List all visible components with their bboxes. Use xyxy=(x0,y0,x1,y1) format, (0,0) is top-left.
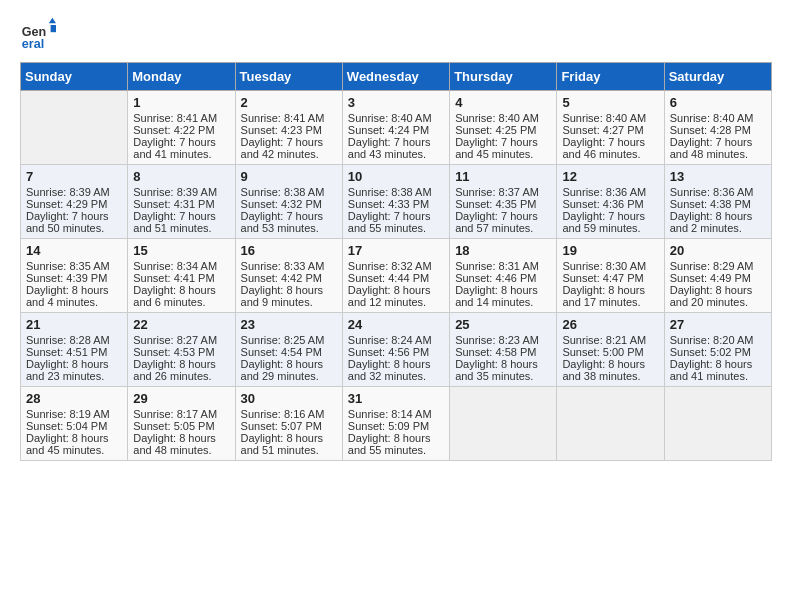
cell-text: Daylight: 7 hours xyxy=(26,210,122,222)
cell-text: Daylight: 8 hours xyxy=(133,432,229,444)
svg-marker-2 xyxy=(49,18,56,23)
calendar-cell: 21Sunrise: 8:28 AMSunset: 4:51 PMDayligh… xyxy=(21,313,128,387)
calendar-cell: 27Sunrise: 8:20 AMSunset: 5:02 PMDayligh… xyxy=(664,313,771,387)
cell-text: Daylight: 7 hours xyxy=(455,210,551,222)
calendar-cell: 29Sunrise: 8:17 AMSunset: 5:05 PMDayligh… xyxy=(128,387,235,461)
cell-text: Sunrise: 8:32 AM xyxy=(348,260,444,272)
calendar-cell: 12Sunrise: 8:36 AMSunset: 4:36 PMDayligh… xyxy=(557,165,664,239)
calendar-cell: 13Sunrise: 8:36 AMSunset: 4:38 PMDayligh… xyxy=(664,165,771,239)
day-header-saturday: Saturday xyxy=(664,63,771,91)
cell-text: Sunset: 4:35 PM xyxy=(455,198,551,210)
cell-text: and 14 minutes. xyxy=(455,296,551,308)
calendar-cell: 6Sunrise: 8:40 AMSunset: 4:28 PMDaylight… xyxy=(664,91,771,165)
cell-text: Daylight: 8 hours xyxy=(562,358,658,370)
cell-text: Sunrise: 8:33 AM xyxy=(241,260,337,272)
cell-text: and 9 minutes. xyxy=(241,296,337,308)
calendar-cell xyxy=(664,387,771,461)
cell-text: and 42 minutes. xyxy=(241,148,337,160)
cell-text: Sunset: 5:05 PM xyxy=(133,420,229,432)
svg-text:eral: eral xyxy=(22,37,44,51)
calendar-cell: 15Sunrise: 8:34 AMSunset: 4:41 PMDayligh… xyxy=(128,239,235,313)
day-number: 24 xyxy=(348,317,444,332)
cell-text: and 35 minutes. xyxy=(455,370,551,382)
cell-text: Daylight: 7 hours xyxy=(133,136,229,148)
cell-text: Sunrise: 8:21 AM xyxy=(562,334,658,346)
cell-text: Sunset: 4:54 PM xyxy=(241,346,337,358)
cell-text: Daylight: 8 hours xyxy=(241,432,337,444)
day-number: 5 xyxy=(562,95,658,110)
cell-text: Sunset: 4:25 PM xyxy=(455,124,551,136)
cell-text: and 57 minutes. xyxy=(455,222,551,234)
cell-text: Sunrise: 8:17 AM xyxy=(133,408,229,420)
cell-text: and 43 minutes. xyxy=(348,148,444,160)
calendar-cell: 16Sunrise: 8:33 AMSunset: 4:42 PMDayligh… xyxy=(235,239,342,313)
cell-text: Daylight: 8 hours xyxy=(133,358,229,370)
calendar-cell: 18Sunrise: 8:31 AMSunset: 4:46 PMDayligh… xyxy=(450,239,557,313)
calendar-week-2: 7Sunrise: 8:39 AMSunset: 4:29 PMDaylight… xyxy=(21,165,772,239)
cell-text: Daylight: 8 hours xyxy=(241,358,337,370)
cell-text: Sunset: 4:32 PM xyxy=(241,198,337,210)
cell-text: Sunset: 5:09 PM xyxy=(348,420,444,432)
day-number: 2 xyxy=(241,95,337,110)
cell-text: and 51 minutes. xyxy=(133,222,229,234)
day-header-wednesday: Wednesday xyxy=(342,63,449,91)
cell-text: Daylight: 8 hours xyxy=(26,432,122,444)
cell-text: Sunset: 4:38 PM xyxy=(670,198,766,210)
cell-text: Sunset: 4:42 PM xyxy=(241,272,337,284)
day-number: 13 xyxy=(670,169,766,184)
calendar-cell: 28Sunrise: 8:19 AMSunset: 5:04 PMDayligh… xyxy=(21,387,128,461)
day-number: 18 xyxy=(455,243,551,258)
calendar-cell xyxy=(450,387,557,461)
cell-text: Sunset: 4:41 PM xyxy=(133,272,229,284)
day-number: 9 xyxy=(241,169,337,184)
cell-text: Sunrise: 8:41 AM xyxy=(133,112,229,124)
cell-text: Sunrise: 8:25 AM xyxy=(241,334,337,346)
day-number: 10 xyxy=(348,169,444,184)
cell-text: Daylight: 8 hours xyxy=(241,284,337,296)
day-number: 15 xyxy=(133,243,229,258)
cell-text: Sunset: 4:56 PM xyxy=(348,346,444,358)
calendar-cell: 4Sunrise: 8:40 AMSunset: 4:25 PMDaylight… xyxy=(450,91,557,165)
calendar-cell: 1Sunrise: 8:41 AMSunset: 4:22 PMDaylight… xyxy=(128,91,235,165)
cell-text: Sunrise: 8:31 AM xyxy=(455,260,551,272)
day-header-friday: Friday xyxy=(557,63,664,91)
logo: Gen eral xyxy=(20,16,60,52)
calendar-cell: 5Sunrise: 8:40 AMSunset: 4:27 PMDaylight… xyxy=(557,91,664,165)
cell-text: Sunrise: 8:16 AM xyxy=(241,408,337,420)
calendar-cell: 30Sunrise: 8:16 AMSunset: 5:07 PMDayligh… xyxy=(235,387,342,461)
cell-text: Sunset: 4:31 PM xyxy=(133,198,229,210)
cell-text: and 59 minutes. xyxy=(562,222,658,234)
cell-text: Sunset: 4:29 PM xyxy=(26,198,122,210)
cell-text: Daylight: 7 hours xyxy=(133,210,229,222)
cell-text: Daylight: 7 hours xyxy=(348,210,444,222)
cell-text: Sunrise: 8:29 AM xyxy=(670,260,766,272)
day-number: 31 xyxy=(348,391,444,406)
day-number: 29 xyxy=(133,391,229,406)
day-number: 27 xyxy=(670,317,766,332)
day-number: 3 xyxy=(348,95,444,110)
day-number: 21 xyxy=(26,317,122,332)
day-number: 30 xyxy=(241,391,337,406)
cell-text: Daylight: 8 hours xyxy=(26,358,122,370)
day-number: 17 xyxy=(348,243,444,258)
cell-text: Sunrise: 8:40 AM xyxy=(670,112,766,124)
cell-text: Sunrise: 8:36 AM xyxy=(670,186,766,198)
calendar-cell: 23Sunrise: 8:25 AMSunset: 4:54 PMDayligh… xyxy=(235,313,342,387)
calendar-cell: 14Sunrise: 8:35 AMSunset: 4:39 PMDayligh… xyxy=(21,239,128,313)
cell-text: and 41 minutes. xyxy=(670,370,766,382)
cell-text: Sunrise: 8:30 AM xyxy=(562,260,658,272)
cell-text: Sunrise: 8:14 AM xyxy=(348,408,444,420)
cell-text: Sunset: 5:02 PM xyxy=(670,346,766,358)
cell-text: and 32 minutes. xyxy=(348,370,444,382)
calendar-cell: 9Sunrise: 8:38 AMSunset: 4:32 PMDaylight… xyxy=(235,165,342,239)
cell-text: and 53 minutes. xyxy=(241,222,337,234)
cell-text: Daylight: 7 hours xyxy=(455,136,551,148)
day-number: 8 xyxy=(133,169,229,184)
cell-text: Sunrise: 8:40 AM xyxy=(562,112,658,124)
cell-text: and 50 minutes. xyxy=(26,222,122,234)
cell-text: Sunset: 4:23 PM xyxy=(241,124,337,136)
day-header-monday: Monday xyxy=(128,63,235,91)
day-number: 7 xyxy=(26,169,122,184)
day-number: 20 xyxy=(670,243,766,258)
calendar-cell: 3Sunrise: 8:40 AMSunset: 4:24 PMDaylight… xyxy=(342,91,449,165)
